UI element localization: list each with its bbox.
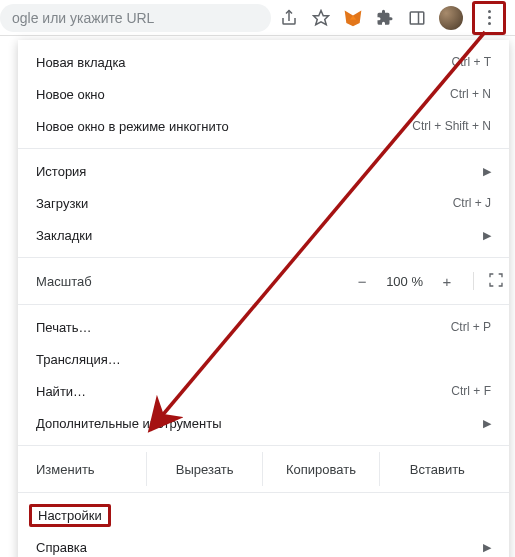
menu-label: Закладки [36, 228, 475, 243]
metamask-extension-icon[interactable] [343, 8, 363, 28]
menu-label: Новое окно в режиме инкогнито [36, 119, 412, 134]
menu-new-window[interactable]: Новое окно Ctrl + N [18, 78, 509, 110]
menu-label: Печать… [36, 320, 451, 335]
menu-label: Трансляция… [36, 352, 491, 367]
menu-help[interactable]: Справка ▶ [18, 531, 509, 557]
svg-rect-3 [410, 12, 424, 24]
menu-button[interactable] [475, 4, 503, 32]
menu-bookmarks[interactable]: Закладки ▶ [18, 219, 509, 251]
menu-separator [18, 257, 509, 258]
chevron-right-icon: ▶ [483, 229, 491, 242]
menu-label: Масштаб [36, 274, 352, 289]
menu-shortcut: Ctrl + P [451, 320, 491, 334]
menu-edit-row: Изменить Вырезать Копировать Вставить [18, 452, 509, 486]
menu-zoom: Масштаб − 100 % + [18, 264, 509, 298]
extensions-icon[interactable] [375, 8, 395, 28]
zoom-in-button[interactable]: + [437, 273, 457, 290]
menu-separator [18, 492, 509, 493]
menu-more-tools[interactable]: Дополнительные инструменты ▶ [18, 407, 509, 439]
zoom-value: 100 % [386, 274, 423, 289]
share-icon[interactable] [279, 8, 299, 28]
menu-label: Найти… [36, 384, 451, 399]
edit-copy-button[interactable]: Копировать [262, 452, 378, 486]
menu-label: Загрузки [36, 196, 453, 211]
edit-cut-button[interactable]: Вырезать [146, 452, 262, 486]
omnibox-placeholder: ogle или укажите URL [12, 10, 154, 26]
kebab-icon [488, 10, 491, 25]
omnibox[interactable]: ogle или укажите URL [0, 4, 271, 32]
menu-downloads[interactable]: Загрузки Ctrl + J [18, 187, 509, 219]
edit-paste-button[interactable]: Вставить [379, 452, 509, 486]
menu-label: Изменить [36, 462, 146, 477]
menu-label: Новое окно [36, 87, 450, 102]
chevron-right-icon: ▶ [483, 165, 491, 178]
menu-label: История [36, 164, 475, 179]
profile-avatar[interactable] [439, 6, 463, 30]
star-icon[interactable] [311, 8, 331, 28]
menu-separator [18, 445, 509, 446]
annotation-highlight: Настройки [29, 504, 111, 527]
menu-cast[interactable]: Трансляция… [18, 343, 509, 375]
menu-incognito[interactable]: Новое окно в режиме инкогнито Ctrl + Shi… [18, 110, 509, 142]
menu-shortcut: Ctrl + J [453, 196, 491, 210]
fullscreen-button[interactable] [473, 272, 491, 290]
menu-separator [18, 304, 509, 305]
svg-marker-0 [314, 10, 329, 24]
menu-label: Настройки [36, 504, 491, 527]
menu-label: Дополнительные инструменты [36, 416, 475, 431]
chevron-right-icon: ▶ [483, 417, 491, 430]
zoom-out-button[interactable]: − [352, 273, 372, 290]
browser-toolbar: ogle или укажите URL [0, 0, 515, 36]
chevron-right-icon: ▶ [483, 541, 491, 554]
menu-new-tab[interactable]: Новая вкладка Ctrl + T [18, 46, 509, 78]
zoom-controls: − 100 % + [352, 272, 491, 290]
menu-label: Справка [36, 540, 475, 555]
toolbar-icons [279, 4, 509, 32]
menu-shortcut: Ctrl + F [451, 384, 491, 398]
menu-find[interactable]: Найти… Ctrl + F [18, 375, 509, 407]
menu-print[interactable]: Печать… Ctrl + P [18, 311, 509, 343]
side-panel-icon[interactable] [407, 8, 427, 28]
menu-shortcut: Ctrl + N [450, 87, 491, 101]
menu-shortcut: Ctrl + Shift + N [412, 119, 491, 133]
main-menu: Новая вкладка Ctrl + T Новое окно Ctrl +… [18, 40, 509, 557]
menu-separator [18, 148, 509, 149]
menu-history[interactable]: История ▶ [18, 155, 509, 187]
menu-label: Новая вкладка [36, 55, 452, 70]
menu-shortcut: Ctrl + T [452, 55, 491, 69]
menu-settings[interactable]: Настройки [18, 499, 509, 531]
